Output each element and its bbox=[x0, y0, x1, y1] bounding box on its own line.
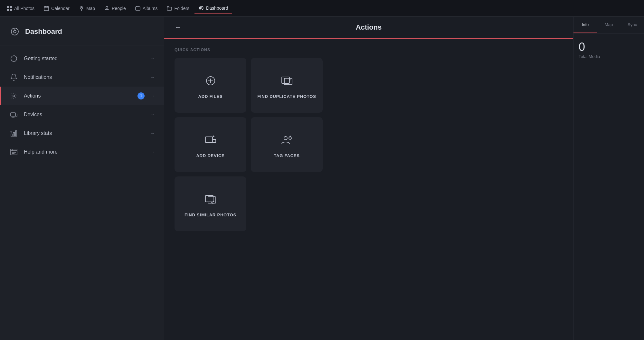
nav-calendar[interactable]: Calendar bbox=[40, 4, 73, 13]
nav-albums[interactable]: Albums bbox=[131, 4, 162, 13]
devices-icon bbox=[9, 110, 19, 119]
nav-calendar-label: Calendar bbox=[51, 6, 70, 11]
svg-rect-26 bbox=[15, 131, 17, 136]
nav-people-label: People bbox=[112, 6, 126, 11]
content-body: QUICK ACTIONS ADD FILES bbox=[164, 39, 573, 340]
svg-rect-3 bbox=[10, 9, 12, 11]
actions-grid: ADD FILES FIND DUPLICATE PHOTOS bbox=[175, 58, 323, 231]
content-title: Actions bbox=[189, 23, 548, 32]
sidebar-item-actions[interactable]: Actions 1 → bbox=[0, 87, 164, 105]
calendar-icon bbox=[43, 5, 49, 11]
getting-started-icon bbox=[9, 54, 19, 63]
sidebar-item-library-stats[interactable]: Library stats → bbox=[0, 124, 164, 143]
svg-rect-11 bbox=[136, 7, 140, 10]
devices-arrow: → bbox=[150, 112, 155, 118]
add-device-icon bbox=[204, 134, 217, 148]
tag-faces-icon bbox=[280, 134, 293, 148]
svg-point-44 bbox=[284, 137, 287, 140]
right-panel: Info Map Sync 0 Total Media bbox=[573, 17, 644, 340]
library-stats-arrow: → bbox=[150, 130, 155, 136]
dashboard-icon bbox=[198, 5, 204, 11]
library-stats-label: Library stats bbox=[24, 130, 145, 136]
main-layout: Dashboard Getting started → Notification… bbox=[0, 17, 644, 340]
nav-people[interactable]: People bbox=[100, 4, 130, 13]
svg-point-28 bbox=[11, 131, 12, 132]
sidebar-item-help[interactable]: Help and more → bbox=[0, 143, 164, 161]
add-device-label: ADD DEVICE bbox=[196, 153, 224, 158]
nav-all-photos-label: All Photos bbox=[14, 6, 34, 11]
svg-point-9 bbox=[81, 7, 82, 8]
dashboard-header-icon bbox=[9, 26, 21, 37]
svg-point-45 bbox=[289, 137, 291, 139]
add-files-icon bbox=[204, 74, 217, 89]
content-area: ← Actions QUICK ACTIONS ADD FILES bbox=[164, 17, 573, 340]
people-icon bbox=[104, 5, 110, 11]
nav-map[interactable]: Map bbox=[75, 4, 99, 13]
getting-started-label: Getting started bbox=[24, 56, 145, 61]
all-photos-icon bbox=[6, 5, 12, 11]
svg-rect-37 bbox=[282, 77, 289, 83]
tab-sync[interactable]: Sync bbox=[620, 17, 644, 33]
find-duplicate-icon bbox=[280, 74, 293, 89]
svg-rect-25 bbox=[13, 132, 14, 136]
map-icon bbox=[79, 5, 84, 11]
quick-actions-label: QUICK ACTIONS bbox=[175, 48, 563, 52]
sidebar-items: Getting started → Notifications → Action… bbox=[0, 45, 164, 165]
sidebar-item-getting-started[interactable]: Getting started → bbox=[0, 49, 164, 68]
svg-rect-1 bbox=[10, 6, 12, 8]
find-duplicate-card[interactable]: FIND DUPLICATE PHOTOS bbox=[251, 58, 323, 113]
svg-rect-21 bbox=[11, 113, 15, 116]
notifications-icon bbox=[9, 72, 19, 82]
find-similar-label: FIND SIMILAR PHOTOS bbox=[185, 212, 236, 217]
svg-rect-24 bbox=[11, 134, 12, 136]
right-panel-body: 0 Total Media bbox=[573, 33, 644, 67]
actions-arrow: → bbox=[150, 93, 155, 99]
getting-started-arrow: → bbox=[150, 56, 155, 61]
svg-rect-12 bbox=[167, 7, 172, 10]
tab-map[interactable]: Map bbox=[597, 17, 620, 33]
total-media-count: 0 bbox=[579, 41, 639, 53]
tab-info[interactable]: Info bbox=[573, 17, 597, 33]
tab-sync-label: Sync bbox=[628, 22, 637, 27]
sidebar: Dashboard Getting started → Notification… bbox=[0, 17, 164, 340]
notifications-arrow: → bbox=[150, 74, 155, 80]
svg-rect-4 bbox=[44, 6, 49, 11]
actions-icon bbox=[9, 91, 19, 101]
folders-icon bbox=[166, 5, 172, 11]
nav-folders[interactable]: Folders bbox=[163, 4, 193, 13]
actions-label: Actions bbox=[24, 93, 132, 99]
back-button[interactable]: ← bbox=[175, 23, 182, 32]
nav-all-photos[interactable]: All Photos bbox=[3, 4, 38, 13]
right-panel-tabs: Info Map Sync bbox=[573, 17, 644, 33]
svg-rect-38 bbox=[284, 78, 292, 85]
add-device-card[interactable]: ADD DEVICE bbox=[175, 117, 246, 172]
svg-rect-48 bbox=[205, 195, 213, 202]
albums-icon bbox=[135, 5, 141, 11]
total-media-label: Total Media bbox=[579, 54, 639, 59]
find-similar-card[interactable]: FIND SIMILAR PHOTOS bbox=[175, 176, 246, 231]
help-arrow: → bbox=[150, 149, 155, 155]
devices-label: Devices bbox=[24, 112, 145, 118]
svg-point-10 bbox=[106, 6, 108, 8]
find-similar-icon bbox=[204, 193, 217, 207]
library-stats-icon bbox=[9, 128, 19, 138]
svg-point-14 bbox=[201, 7, 202, 9]
tab-map-label: Map bbox=[605, 22, 613, 27]
svg-rect-29 bbox=[11, 149, 17, 155]
nav-folders-label: Folders bbox=[174, 6, 189, 11]
find-duplicate-label: FIND DUPLICATE PHOTOS bbox=[257, 94, 316, 99]
help-label: Help and more bbox=[24, 149, 145, 155]
nav-dashboard[interactable]: Dashboard bbox=[194, 3, 232, 14]
sidebar-item-notifications[interactable]: Notifications → bbox=[0, 68, 164, 87]
svg-rect-41 bbox=[205, 137, 213, 143]
tag-faces-card[interactable]: TAG FACES bbox=[251, 117, 323, 172]
actions-badge: 1 bbox=[137, 92, 145, 99]
sidebar-title: Dashboard bbox=[25, 27, 62, 36]
svg-point-20 bbox=[13, 95, 15, 97]
nav-dashboard-label: Dashboard bbox=[206, 5, 228, 11]
sidebar-item-devices[interactable]: Devices → bbox=[0, 105, 164, 124]
add-files-card[interactable]: ADD FILES bbox=[175, 58, 246, 113]
top-navigation: All Photos Calendar Map People Albums Fo… bbox=[0, 0, 644, 17]
notifications-label: Notifications bbox=[24, 74, 145, 80]
svg-rect-2 bbox=[7, 9, 9, 11]
